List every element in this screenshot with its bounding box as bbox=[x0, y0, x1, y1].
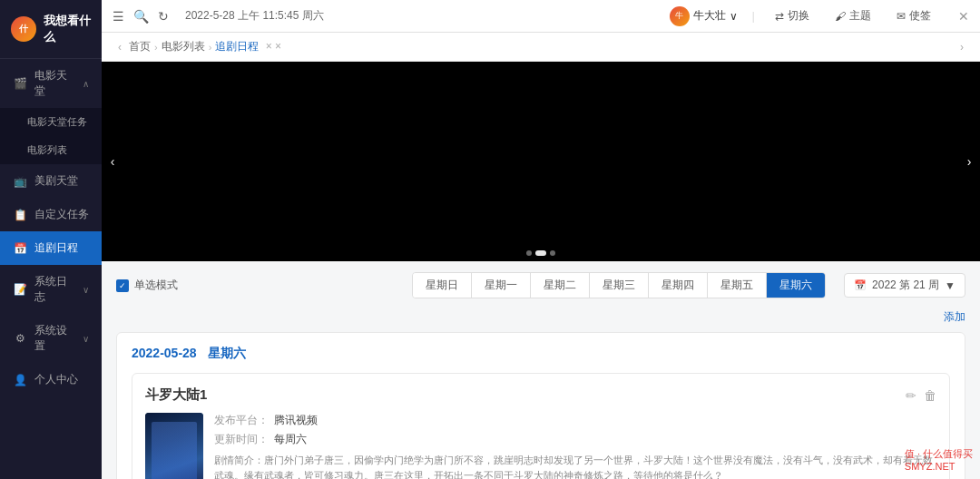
breadcrumb-back[interactable]: ‹ bbox=[114, 41, 125, 54]
show-title: 斗罗大陆1 bbox=[145, 386, 207, 404]
day-tabs: 星期日 星期一 星期二 星期三 星期四 星期五 bbox=[412, 272, 826, 298]
show-body: 发布平台： 腾讯视频 更新时间： 每周六 剧情简介：唐门外门弟子唐三，因偷学内门… bbox=[145, 413, 936, 479]
breadcrumb-schedule[interactable]: 追剧日程 × bbox=[215, 39, 281, 54]
refresh-icon[interactable]: ↻ bbox=[158, 9, 169, 24]
show-title-row: 斗罗大陆1 ✏ 🗑 bbox=[145, 386, 936, 404]
sidebar-item-system-log[interactable]: 📝 系统日志 ∨ bbox=[0, 265, 102, 314]
user-menu[interactable]: 牛 牛大壮 ∨ bbox=[670, 6, 738, 26]
settings-icon: ⚙ bbox=[13, 331, 27, 346]
feedback-icon: ✉ bbox=[897, 10, 906, 23]
day-tab-wed[interactable]: 星期三 bbox=[590, 273, 649, 298]
schedule-icon: 📅 bbox=[13, 241, 27, 256]
banner-prev-button[interactable]: ‹ bbox=[102, 143, 123, 180]
day-section-0: 2022-05-28 星期六 斗罗大陆1 ✏ 🗑 bbox=[116, 332, 965, 479]
breadcrumb-sep: › bbox=[209, 42, 212, 53]
sidebar-item-label: 电影天堂任务 bbox=[27, 115, 89, 129]
user-dropdown-icon: ∨ bbox=[730, 10, 738, 23]
sidebar-item-label: 个人中心 bbox=[34, 372, 89, 387]
sidebar-item-label: 追剧日程 bbox=[34, 240, 89, 256]
system-log-icon: 📝 bbox=[13, 282, 27, 297]
delete-show-button[interactable]: 🗑 bbox=[924, 388, 936, 403]
breadcrumb-movie-list[interactable]: 电影列表 bbox=[162, 39, 205, 54]
sidebar-item-label: 电影列表 bbox=[27, 143, 89, 157]
day-tab-sat[interactable]: 星期六 bbox=[767, 273, 825, 298]
schedule-toolbar: ✓ 单选模式 星期日 星期一 星期二 星期三 bbox=[116, 272, 965, 298]
sidebar-item-beauty-heaven[interactable]: 📺 美剧天堂 bbox=[0, 164, 102, 198]
platform-label: 发布平台： bbox=[214, 413, 269, 428]
sidebar-item-label: 美剧天堂 bbox=[34, 173, 89, 189]
sidebar-item-label: 自定义任务 bbox=[34, 207, 89, 222]
calendar-icon: 📅 bbox=[854, 279, 867, 291]
breadcrumb-home[interactable]: 首页 bbox=[129, 39, 151, 54]
week-selector[interactable]: 📅 2022 第 21 周 ▼ bbox=[844, 273, 965, 298]
checkbox-icon: ✓ bbox=[116, 279, 129, 292]
sidebar-item-custom-task[interactable]: 📋 自定义任务 bbox=[0, 198, 102, 231]
app-logo-icon: 什 bbox=[11, 16, 36, 42]
breadcrumb: ‹ 首页 › 电影列表 › 追剧日程 × › bbox=[102, 33, 980, 62]
sidebar-item-settings[interactable]: ⚙ 系统设置 ∨ bbox=[0, 314, 102, 363]
switch-action[interactable]: ⇄ 切换 bbox=[769, 6, 815, 25]
close-button[interactable]: ✕ bbox=[958, 9, 969, 24]
single-mode-checkbox[interactable]: ✓ 单选模式 bbox=[116, 278, 178, 293]
day-tab-tue[interactable]: 星期二 bbox=[531, 273, 590, 298]
show-poster-art bbox=[145, 413, 203, 479]
feedback-label: 使签 bbox=[909, 8, 931, 24]
breadcrumb-sep: › bbox=[154, 42, 158, 53]
chevron-down-icon: ∨ bbox=[83, 285, 89, 295]
show-platform: 发布平台： 腾讯视频 bbox=[214, 413, 936, 428]
schedule-section: ✓ 单选模式 星期日 星期一 星期二 星期三 bbox=[102, 261, 980, 479]
sidebar-item-label: 系统设置 bbox=[34, 323, 75, 354]
sidebar-item-movie-list[interactable]: 电影列表 bbox=[0, 136, 102, 164]
chevron-down-icon: ∧ bbox=[83, 79, 89, 89]
sidebar-item-schedule[interactable]: 📅 追剧日程 bbox=[0, 231, 102, 265]
day-name: 星期六 bbox=[208, 346, 246, 360]
show-update: 更新时间： 每周六 bbox=[214, 432, 936, 447]
add-button-row: 添加 bbox=[116, 309, 965, 325]
sidebar: 什 我想看什么 🎬 电影天堂 ∧ 电影天堂任务 电影列表 📺 美剧天堂 📋 自定… bbox=[0, 0, 102, 479]
breadcrumb-forward[interactable]: › bbox=[956, 41, 967, 54]
breadcrumb-close-icon[interactable]: × bbox=[266, 40, 272, 53]
banner-dot-2[interactable] bbox=[550, 250, 555, 256]
topbar-left: ☰ 🔍 ↻ 2022-5-28 上午 11:5:45 周六 bbox=[113, 8, 659, 24]
day-date: 2022-05-28 bbox=[132, 346, 197, 360]
theme-label: 主题 bbox=[849, 8, 871, 24]
theme-action[interactable]: 🖌 主题 bbox=[829, 6, 877, 25]
movie-heaven-icon: 🎬 bbox=[13, 76, 27, 91]
search-icon[interactable]: 🔍 bbox=[133, 9, 149, 24]
menu-icon[interactable]: ☰ bbox=[113, 9, 124, 24]
show-item-0: 斗罗大陆1 ✏ 🗑 发布平台： 腾讯视频 bbox=[132, 373, 950, 479]
banner-dot-0[interactable] bbox=[526, 250, 532, 256]
day-tab-sun[interactable]: 星期日 bbox=[413, 273, 472, 298]
feedback-action[interactable]: ✉ 使签 bbox=[891, 6, 936, 25]
banner-next-button[interactable]: › bbox=[958, 143, 980, 180]
custom-task-icon: 📋 bbox=[13, 208, 27, 222]
day-tab-thu[interactable]: 星期四 bbox=[649, 273, 708, 298]
sidebar-item-user-center[interactable]: 👤 个人中心 bbox=[0, 363, 102, 396]
sidebar-logo: 什 我想看什么 bbox=[0, 0, 102, 59]
topbar: ☰ 🔍 ↻ 2022-5-28 上午 11:5:45 周六 牛 牛大壮 ∨ | … bbox=[102, 0, 980, 33]
banner-dot-1[interactable] bbox=[535, 250, 546, 256]
user-name: 牛大壮 bbox=[693, 8, 726, 24]
sidebar-submenu-movie: 电影天堂任务 电影列表 bbox=[0, 108, 102, 164]
topbar-right: 牛 牛大壮 ∨ | ⇄ 切换 🖌 主题 ✉ 使签 ✕ bbox=[670, 6, 969, 26]
day-tab-fri[interactable]: 星期五 bbox=[708, 273, 767, 298]
sidebar-item-movie-heaven[interactable]: 🎬 电影天堂 ∧ bbox=[0, 59, 102, 108]
platform-value: 腾讯视频 bbox=[274, 413, 318, 428]
show-poster bbox=[145, 413, 203, 479]
show-actions: ✏ 🗑 bbox=[906, 388, 936, 403]
sidebar-item-label: 系统日志 bbox=[34, 274, 75, 305]
topbar-date: 2022-5-28 上午 11:5:45 周六 bbox=[185, 8, 324, 24]
add-show-button[interactable]: 添加 bbox=[944, 309, 965, 325]
update-value: 每周六 bbox=[274, 432, 307, 447]
day-tab-mon[interactable]: 星期一 bbox=[472, 273, 531, 298]
edit-show-button[interactable]: ✏ bbox=[906, 388, 916, 403]
switch-label: 切换 bbox=[788, 8, 809, 24]
sidebar-item-movie-task[interactable]: 电影天堂任务 bbox=[0, 108, 102, 136]
single-mode-label: 单选模式 bbox=[134, 278, 178, 293]
beauty-heaven-icon: 📺 bbox=[13, 174, 27, 189]
update-label: 更新时间： bbox=[214, 432, 269, 447]
theme-icon: 🖌 bbox=[835, 10, 846, 23]
separator: | bbox=[752, 9, 755, 23]
week-dropdown-icon: ▼ bbox=[945, 279, 956, 292]
banner-carousel: ‹ bbox=[102, 62, 980, 261]
